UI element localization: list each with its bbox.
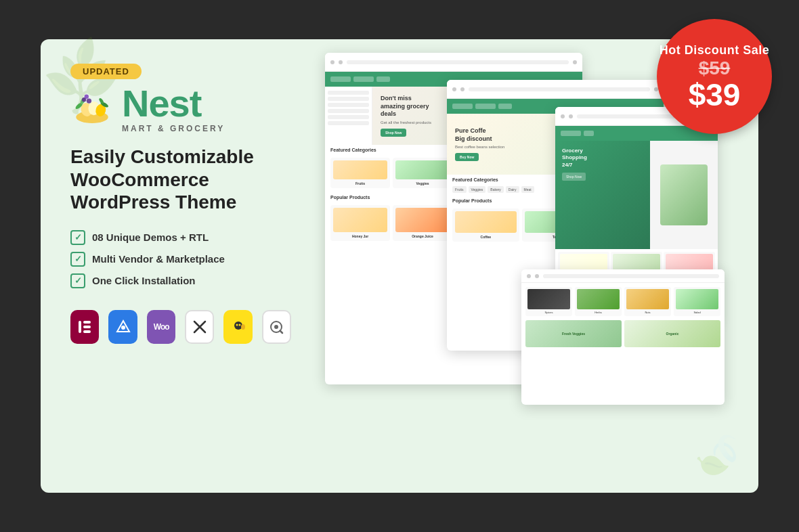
svg-rect-12: [83, 321, 91, 324]
svg-rect-14: [83, 330, 91, 333]
check-icon-1: [70, 230, 85, 245]
feature-label-1: 08 Unique Demos + RTL: [92, 231, 209, 243]
feature-label-2: Multi Vendor & Marketplace: [92, 253, 225, 265]
logo-icon: [70, 87, 114, 131]
logo-title: Nest: [122, 85, 225, 123]
qode-icon: [262, 310, 291, 344]
elementor-icon: [70, 310, 99, 344]
feature-item-3: One Click Installation: [70, 273, 291, 288]
svg-line-22: [280, 330, 283, 333]
feature-item-1: 08 Unique Demos + RTL: [70, 230, 291, 245]
check-icon-3: [70, 273, 85, 288]
price-badge: Hot Discount Sale $59 $39: [657, 19, 772, 134]
tagline: Easily Customizable WooCommerce WordPres…: [70, 146, 291, 214]
logo-text-block: Nest MART & GROCERY: [122, 85, 225, 133]
wpml-icon: [185, 310, 214, 344]
plugin-icons-row: Woo: [70, 310, 291, 344]
price-old: $59: [699, 58, 731, 79]
svg-rect-11: [79, 321, 81, 333]
revolution-icon: [108, 310, 137, 344]
svg-point-21: [274, 325, 278, 329]
updated-badge: UPDATED: [70, 64, 142, 79]
price-badge-title: Hot Discount Sale: [660, 43, 770, 58]
woo-label: Woo: [154, 322, 169, 332]
right-panel: Hot Discount Sale $59 $39 Don't missamaz: [318, 39, 758, 493]
left-panel: UPDATED Nest M: [41, 39, 318, 493]
main-banner: 🌿 🍃 UPDATED: [41, 39, 758, 493]
svg-point-17: [236, 324, 238, 326]
screenshot-bottom: Spices Herbs Nuts Salad: [521, 269, 725, 405]
svg-point-15: [121, 326, 125, 330]
svg-rect-13: [83, 326, 91, 328]
svg-point-8: [87, 98, 91, 103]
feature-label-3: One Click Installation: [92, 275, 196, 286]
features-list: 08 Unique Demos + RTL Multi Vendor & Mar…: [70, 230, 291, 288]
svg-point-18: [238, 324, 240, 326]
feature-item-2: Multi Vendor & Marketplace: [70, 252, 291, 267]
mailchimp-icon: [223, 310, 252, 344]
logo-subtitle: MART & GROCERY: [122, 124, 225, 133]
svg-point-19: [241, 324, 245, 330]
woocommerce-icon: Woo: [147, 310, 175, 344]
svg-point-10: [85, 95, 89, 99]
check-icon-2: [70, 252, 85, 267]
logo-row: Nest MART & GROCERY: [70, 85, 291, 133]
price-new: $39: [689, 79, 741, 110]
